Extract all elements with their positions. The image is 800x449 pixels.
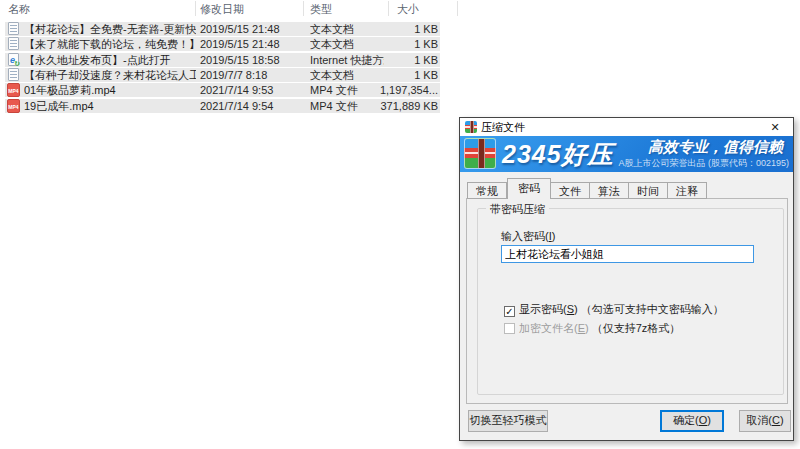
switch-light-mode-button[interactable]: 切换至轻巧模式	[468, 410, 548, 432]
file-size: 1 KB	[350, 37, 438, 51]
tab-general[interactable]: 常规	[467, 182, 507, 199]
file-name: 【有种子却没速度？来村花论坛人工加...	[24, 68, 196, 82]
checkbox-checked-icon[interactable]: ✓	[504, 306, 515, 317]
desktop: 名称 修改日期 类型 大小 【村花论坛】全免费-无套路-更新快.txt 2019…	[0, 0, 800, 449]
brand-logo-icon	[464, 138, 496, 169]
text-file-icon	[7, 37, 20, 51]
column-divider[interactable]	[388, 1, 389, 16]
file-date: 2021/7/14 9:54	[200, 99, 300, 113]
brand-subtitle: A股上市公司荣誉出品 (股票代码：002195)	[618, 157, 789, 170]
file-name: 01年极品萝莉.mp4	[24, 83, 196, 97]
internet-shortcut-icon: e↻	[7, 53, 20, 67]
mp4-file-icon: MP4	[7, 83, 20, 97]
app-logo-icon	[465, 121, 477, 133]
close-icon[interactable]: ✕	[765, 119, 785, 135]
tab-algorithm[interactable]: 算法	[590, 182, 629, 199]
brand-banner: 2345好压 高效专业，值得信赖 A股上市公司荣誉出品 (股票代码：002195…	[460, 136, 793, 172]
file-name: 【村花论坛】全免费-无套路-更新快.txt	[24, 22, 196, 36]
brand-slogan: 高效专业，值得信赖	[648, 138, 783, 157]
dialog-title: 压缩文件	[481, 118, 525, 136]
file-date: 2019/5/15 18:58	[200, 53, 300, 67]
groupbox-title: 带密码压缩	[486, 202, 549, 217]
column-header-type[interactable]: 类型	[310, 2, 332, 17]
column-header-size[interactable]: 大小	[397, 2, 419, 17]
tab-time[interactable]: 时间	[629, 182, 668, 199]
dialog-tabs: 常规 密码 文件 算法 时间 注释	[467, 178, 707, 199]
file-name: 【来了就能下载的论坛，纯免费！】.txt	[24, 37, 196, 51]
file-size: 1 KB	[350, 68, 438, 82]
file-size: 1 KB	[350, 53, 438, 67]
file-row[interactable]: e↻ 【永久地址发布页】-点此打开 2019/5/15 18:58 Intern…	[5, 53, 440, 67]
file-row[interactable]: 【来了就能下载的论坛，纯免费！】.txt 2019/5/15 21:48 文本文…	[5, 37, 440, 51]
column-header-name[interactable]: 名称	[8, 2, 30, 17]
password-label: 输入密码(I)	[501, 229, 555, 244]
file-row[interactable]: 【村花论坛】全免费-无套路-更新快.txt 2019/5/15 21:48 文本…	[5, 22, 440, 36]
column-header-date[interactable]: 修改日期	[200, 2, 244, 17]
file-size: 1,197,354...	[350, 83, 438, 97]
file-date: 2021/7/14 9:53	[200, 83, 300, 97]
file-row[interactable]: MP4 19已成年.mp4 2021/7/14 9:54 MP4 文件 371,…	[5, 99, 440, 113]
file-size: 1 KB	[350, 22, 438, 36]
checkbox-unchecked-icon[interactable]	[504, 323, 515, 334]
file-row[interactable]: MP4 01年极品萝莉.mp4 2021/7/14 9:53 MP4 文件 1,…	[5, 83, 440, 97]
cancel-button[interactable]: 取消(C)	[739, 410, 791, 432]
text-file-icon	[7, 22, 20, 36]
tab-files[interactable]: 文件	[551, 182, 590, 199]
tab-password[interactable]: 密码	[507, 178, 551, 199]
dialog-titlebar: 压缩文件 ✕	[460, 118, 793, 136]
ok-button[interactable]: 确定(O)	[660, 410, 724, 432]
file-date: 2019/5/15 21:48	[200, 37, 300, 51]
column-divider[interactable]	[303, 1, 304, 16]
text-file-icon	[7, 68, 20, 82]
tab-comment[interactable]: 注释	[668, 182, 707, 199]
mp4-file-icon: MP4	[7, 99, 20, 113]
file-size: 371,889 KB	[350, 99, 438, 113]
file-date: 2019/5/15 21:48	[200, 22, 300, 36]
file-row[interactable]: 【有种子却没速度？来村花论坛人工加... 2019/7/7 8:18 文本文档 …	[5, 68, 440, 82]
file-name: 19已成年.mp4	[24, 99, 196, 113]
file-list-header: 名称 修改日期 类型 大小	[0, 0, 460, 17]
column-divider[interactable]	[457, 1, 458, 16]
show-password-checkbox[interactable]: ✓显示密码(S) （勾选可支持中文密码输入）	[504, 303, 724, 317]
encrypt-filename-checkbox[interactable]: 加密文件名(E) （仅支持7z格式）	[504, 322, 680, 336]
file-name: 【永久地址发布页】-点此打开	[24, 53, 196, 67]
brand-name: 2345好压	[502, 137, 614, 171]
file-date: 2019/7/7 8:18	[200, 68, 300, 82]
column-divider[interactable]	[195, 1, 196, 16]
compress-dialog: 压缩文件 ✕ 2345好压 高效专业，值得信赖 A股上市公司荣誉出品 (股票代码…	[459, 117, 794, 441]
password-input[interactable]	[501, 245, 754, 263]
